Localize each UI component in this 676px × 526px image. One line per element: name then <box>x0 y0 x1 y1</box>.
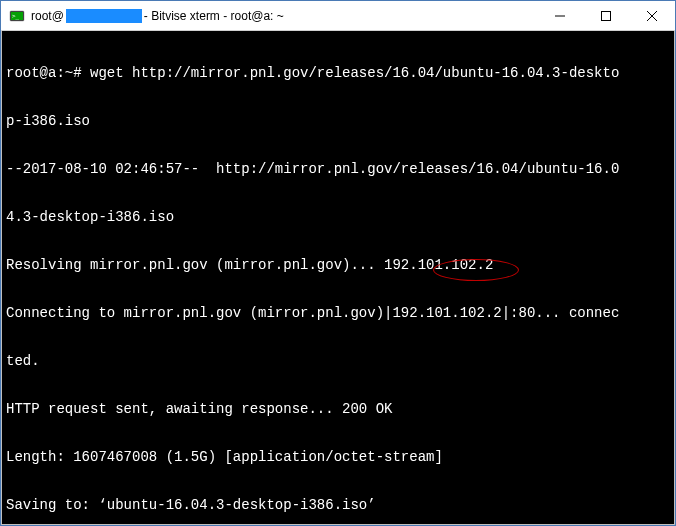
window-controls <box>537 1 675 30</box>
app-icon: >_ <box>9 8 25 24</box>
app-window: >_ root@ - Bitvise xterm - root@a: ~ roo… <box>0 0 676 526</box>
title-redacted-host <box>66 9 142 23</box>
terminal-line: p-i386.iso <box>6 113 670 129</box>
minimize-button[interactable] <box>537 1 583 30</box>
terminal-line: HTTP request sent, awaiting response... … <box>6 401 670 417</box>
terminal-line: root@a:~# wget http://mirror.pnl.gov/rel… <box>6 65 670 81</box>
svg-text:>_: >_ <box>12 12 20 20</box>
title-prefix: root@ <box>31 9 64 23</box>
terminal-line: Saving to: ‘ubuntu-16.04.3-desktop-i386.… <box>6 497 670 513</box>
terminal-line: Connecting to mirror.pnl.gov (mirror.pnl… <box>6 305 670 321</box>
terminal-line: --2017-08-10 02:46:57-- http://mirror.pn… <box>6 161 670 177</box>
terminal-line: ted. <box>6 353 670 369</box>
window-title: root@ - Bitvise xterm - root@a: ~ <box>31 9 284 23</box>
terminal-line: Resolving mirror.pnl.gov (mirror.pnl.gov… <box>6 257 670 273</box>
titlebar[interactable]: >_ root@ - Bitvise xterm - root@a: ~ <box>1 1 675 31</box>
svg-rect-4 <box>602 11 611 20</box>
title-suffix: - Bitvise xterm - root@a: ~ <box>144 9 284 23</box>
terminal-area[interactable]: root@a:~# wget http://mirror.pnl.gov/rel… <box>1 31 675 525</box>
terminal-line: 4.3-desktop-i386.iso <box>6 209 670 225</box>
close-button[interactable] <box>629 1 675 30</box>
maximize-button[interactable] <box>583 1 629 30</box>
terminal-line: Length: 1607467008 (1.5G) [application/o… <box>6 449 670 465</box>
